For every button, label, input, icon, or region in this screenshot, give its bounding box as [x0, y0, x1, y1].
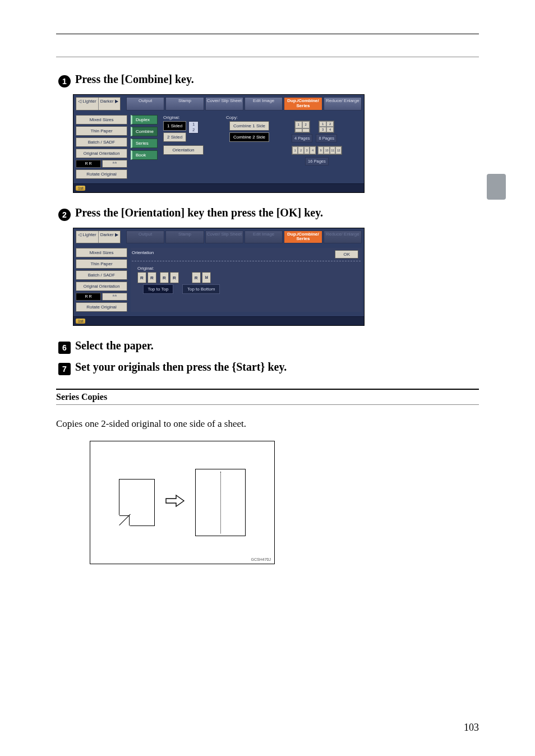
footer-1st-label-2: 1st	[76, 319, 85, 324]
dup-12-icon: 12	[188, 121, 199, 133]
tt-icon-2: R	[147, 272, 156, 283]
step-2: 2 Press the [Orientation] key then press…	[58, 206, 479, 220]
orient-icon-row: R R ᴿ ᴿ	[76, 160, 127, 168]
series-diagram: GCSH470J	[90, 441, 275, 564]
panel1-left-col: Mixed Sizes Thin Paper Batch / SADF Orig…	[76, 115, 127, 179]
panel2-left-col: Mixed Sizes Thin Paper Batch / SADF Orig…	[76, 248, 127, 312]
series-mode-btn[interactable]: Series	[131, 139, 158, 148]
step-2-bullet: 2	[58, 209, 71, 221]
diagram-id: GCSH470J	[251, 557, 271, 561]
tab-edit-image[interactable]: Edit Image	[245, 97, 283, 110]
lighten-darken[interactable]: ◁ Lighter Darker ▶	[76, 97, 121, 110]
panel1-footer: 1st	[73, 183, 364, 192]
step-7-text: Set your originals then press the {Start…	[75, 361, 287, 374]
diagram-output-page	[195, 469, 246, 536]
combine-1side-btn[interactable]: Combine 1 Side	[229, 121, 269, 131]
step-1: 1 Press the [Combine] key.	[58, 73, 479, 86]
panel2-tabs: Output Stamp Cover/ Slip Sheet Edit Imag…	[126, 231, 362, 244]
tb-icon-2: R	[202, 272, 211, 283]
original-label-2: Original:	[131, 266, 362, 271]
tab2-dup[interactable]: Dup./Combine/ Series	[284, 231, 322, 244]
4pages-icon[interactable]: 12	[294, 121, 310, 133]
darker-btn[interactable]: Darker ▶	[99, 98, 120, 110]
batch-sadf-btn-2[interactable]: Batch / SADF	[76, 270, 127, 280]
4pages-label[interactable]: 4 Pages	[292, 134, 313, 142]
original-label: Original:	[163, 115, 204, 120]
batch-sadf-btn[interactable]: Batch / SADF	[76, 137, 127, 147]
tab2-output[interactable]: Output	[126, 231, 164, 244]
panel2-right: Orientation OK Original: R R R R Top to …	[131, 248, 362, 312]
orientation-subbtn[interactable]: Orientation	[163, 145, 204, 155]
chapter-tab	[487, 174, 506, 200]
tab-reduce-enlarge[interactable]: Reduce/ Enlarge	[324, 97, 362, 110]
16pages-label[interactable]: 16 Pages	[305, 157, 329, 165]
panel2-footer: 1st	[73, 316, 364, 325]
copier-panel-orientation: ◁ Lighter Darker ▶ Output Stamp Cover/ S…	[73, 228, 365, 326]
book-mode-btn[interactable]: Book	[131, 150, 158, 160]
tab2-stamp[interactable]: Stamp	[165, 231, 204, 244]
panel1-right: Duplex Combine Series Book Original: 1 S…	[131, 115, 362, 179]
darker-btn-2[interactable]: Darker ▶	[99, 231, 120, 243]
panel1-tabs: Output Stamp Cover/ Slip Sheet Edit Imag…	[126, 97, 362, 110]
portrait-r-icon[interactable]: R R	[76, 160, 101, 168]
series-heavy-rule	[56, 389, 479, 390]
mixed-sizes-btn[interactable]: Mixed Sizes	[76, 115, 127, 125]
step-1-bullet: 1	[58, 75, 71, 87]
rotate-original-btn-2[interactable]: Rotate Original	[76, 302, 127, 312]
top-to-bottom-btn[interactable]: Top to Bottom	[182, 284, 220, 294]
tab2-cover[interactable]: Cover/ Slip Sheet	[205, 231, 243, 244]
landscape-r-icon-2[interactable]: ᴿ ᴿ	[102, 293, 127, 301]
copy-label: Copy:	[226, 115, 269, 120]
lighter-btn[interactable]: ◁ Lighter	[76, 98, 99, 110]
step-7-bullet: 7	[58, 363, 71, 375]
tt-icon-1: R	[137, 272, 146, 283]
footer-1st-label: 1st	[76, 186, 85, 191]
tab-dup-combine-series[interactable]: Dup./Combine/ Series	[284, 97, 322, 110]
dashed-rule	[132, 261, 361, 261]
landscape-r-icon[interactable]: ᴿ ᴿ	[102, 160, 127, 168]
lighter-btn-2[interactable]: ◁ Lighter	[76, 231, 99, 243]
portrait-r-icon-2[interactable]: R R	[76, 293, 101, 301]
step-6: 6 Select the paper.	[58, 339, 479, 353]
diagram-original-page	[119, 479, 155, 526]
8pages-label[interactable]: 8 Pages	[316, 134, 337, 142]
tab-output[interactable]: Output	[126, 97, 164, 110]
orig-2sided-btn[interactable]: 2 Sided	[163, 132, 186, 142]
tab2-reduce[interactable]: Reduce/ Enlarge	[324, 231, 362, 244]
sub-rule	[56, 57, 479, 57]
step-1-text: Press the [Combine] key.	[75, 73, 194, 86]
step-2-text: Press the [Orientation] key then press t…	[75, 206, 323, 219]
step-6-bullet: 6	[58, 342, 71, 354]
panel-1-wrap: ◁ Lighter Darker ▶ Output Stamp Cover/ S…	[73, 94, 479, 193]
step-7: 7 Set your originals then press the {Sta…	[58, 361, 479, 374]
tt-icon-3: R	[160, 272, 169, 283]
combine-2side-btn[interactable]: Combine 2 Side	[229, 132, 269, 142]
original-orientation-btn[interactable]: Original Orientation	[76, 149, 127, 158]
orig-1sided-btn[interactable]: 1 Sided	[163, 121, 186, 131]
16pages-icon-a[interactable]: 1234	[292, 146, 316, 155]
tab-cover-slip[interactable]: Cover/ Slip Sheet	[205, 97, 243, 110]
step-6-text: Select the paper.	[75, 339, 154, 352]
combine-mode-btn[interactable]: Combine	[131, 127, 158, 136]
rotate-original-btn[interactable]: Rotate Original	[76, 169, 127, 179]
tt-icon-4: R	[170, 272, 179, 283]
tb-icon-1: R	[192, 272, 201, 283]
lighten-darken-2[interactable]: ◁ Lighter Darker ▶	[76, 231, 121, 244]
16pages-icon-b[interactable]: 9101112	[317, 146, 342, 155]
top-to-bottom-icons: R R	[192, 272, 211, 283]
series-title: Series Copies	[56, 392, 479, 402]
8pages-icon[interactable]: 1234	[319, 121, 334, 133]
top-to-top-btn[interactable]: Top to Top	[143, 284, 174, 294]
thin-paper-btn-2[interactable]: Thin Paper	[76, 259, 127, 269]
thin-paper-btn[interactable]: Thin Paper	[76, 126, 127, 136]
mixed-sizes-btn-2[interactable]: Mixed Sizes	[76, 248, 127, 257]
series-desc: Copies one 2-sided original to one side …	[56, 418, 479, 430]
duplex-mode-btn[interactable]: Duplex	[131, 115, 158, 125]
orig-orient-btn-2[interactable]: Original Orientation	[76, 282, 127, 291]
page-number: 103	[464, 722, 479, 734]
ok-button[interactable]: OK	[335, 250, 358, 259]
tab2-edit[interactable]: Edit Image	[245, 231, 283, 244]
copier-panel-combine: ◁ Lighter Darker ▶ Output Stamp Cover/ S…	[73, 94, 365, 193]
series-sub-rule	[56, 404, 479, 405]
tab-stamp[interactable]: Stamp	[165, 97, 204, 110]
